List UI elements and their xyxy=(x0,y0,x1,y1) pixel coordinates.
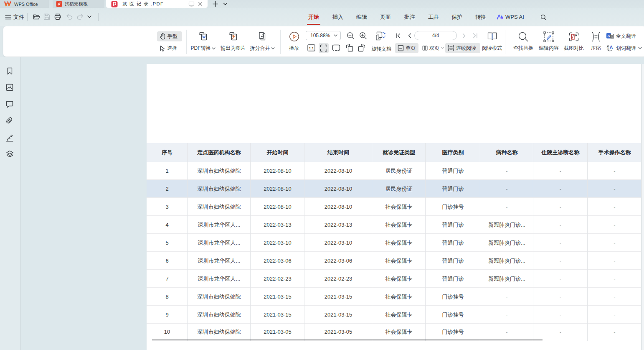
menu-search-button[interactable] xyxy=(540,13,547,21)
read-mode-button[interactable]: 阅读模式 xyxy=(477,31,507,53)
screenshot-compare-icon xyxy=(568,31,579,42)
layers-panel-button[interactable] xyxy=(5,150,14,158)
attachment-panel-button[interactable] xyxy=(5,117,14,125)
hand-tool-button[interactable]: 手型 xyxy=(157,31,182,41)
table-row: 4深圳市龙华区人...2022-03-132022-03-13社会保障卡普通门诊… xyxy=(147,216,641,234)
word-translate-button[interactable]: A文 划词翻译 xyxy=(606,43,642,53)
screenshot-compare-label: 截图对比 xyxy=(564,45,584,52)
next-page-button[interactable] xyxy=(460,32,468,39)
undo-button[interactable] xyxy=(66,13,73,20)
page-number-input[interactable]: 4/4 xyxy=(414,31,457,40)
close-tab-icon[interactable] xyxy=(198,1,203,7)
table-header-row: 序号定点医药机构名称开始时间结束时间就诊凭证类型医疗类别病种名称住院主诊断名称手… xyxy=(147,143,641,162)
single-page-icon xyxy=(398,45,404,51)
table-row: 6深圳市龙华区人...2022-03-062022-03-06社会保障卡普通门诊… xyxy=(147,252,641,270)
ribbon-tab-insert[interactable]: 插入 xyxy=(330,8,345,26)
print-button[interactable] xyxy=(54,13,61,20)
redo-button[interactable] xyxy=(76,13,84,20)
comment-panel-button[interactable] xyxy=(5,100,14,108)
tab-wps-office-home[interactable]: WPS Office xyxy=(0,0,49,8)
bookmark-icon xyxy=(6,67,13,75)
actual-size-button[interactable]: 1:1 xyxy=(307,43,316,52)
table-cell: 社会保障卡 xyxy=(372,234,426,252)
table-header-cell: 手术操作名称 xyxy=(588,143,641,162)
ribbon-tab-comment[interactable]: 批注 xyxy=(402,8,417,26)
ribbon-tab-tools[interactable]: 工具 xyxy=(426,8,441,26)
replace-pages-button[interactable] xyxy=(375,30,386,41)
open-file-button[interactable] xyxy=(33,13,40,20)
wps-ai-button[interactable]: WPS AI xyxy=(497,8,524,26)
table-cell: 2021-03-15 xyxy=(251,288,304,306)
first-page-button[interactable] xyxy=(394,32,402,39)
ribbon-tab-convert[interactable]: 转换 xyxy=(473,8,488,26)
ribbon-tab-protect[interactable]: 保护 xyxy=(449,8,464,26)
table-cell: - xyxy=(533,162,588,180)
signature-panel-button[interactable] xyxy=(5,134,14,142)
pdf-page[interactable]: 序号定点医药机构名称开始时间结束时间就诊凭证类型医疗类别病种名称住院主诊断名称手… xyxy=(147,64,641,350)
table-cell: 社会保障卡 xyxy=(372,252,426,270)
table-row-divider xyxy=(147,287,641,288)
rotate-left-button[interactable] xyxy=(345,43,354,52)
full-translate-button[interactable]: A 全文翻译 xyxy=(606,31,636,41)
comment-icon xyxy=(6,101,13,108)
chevron-down-icon xyxy=(87,15,91,18)
chevron-down-icon xyxy=(223,3,228,5)
vertical-scrollbar[interactable] xyxy=(641,64,644,350)
ribbon-tab-edit[interactable]: 编辑 xyxy=(354,8,369,26)
thumbnail-panel-button[interactable] xyxy=(5,83,14,92)
table-cell: 2022-03-10 xyxy=(251,234,304,252)
table-cell: 社会保障卡 xyxy=(372,288,426,306)
table-cell: 2022-08-10 xyxy=(304,198,372,216)
rotate-doc-button[interactable]: 旋转文档 xyxy=(371,46,391,53)
export-image-button[interactable]: 输出为图片 xyxy=(218,31,248,53)
wps-logo-icon xyxy=(4,1,11,7)
undo-icon xyxy=(66,14,73,20)
fit-width-button[interactable] xyxy=(319,43,329,53)
monitor-icon[interactable] xyxy=(188,1,195,7)
zoom-in-button[interactable] xyxy=(358,31,368,40)
more-quick-actions-button[interactable] xyxy=(86,13,92,20)
tab-list-button[interactable] xyxy=(221,0,229,8)
table-cell: 门诊挂号 xyxy=(426,288,480,306)
play-button[interactable]: 播放 xyxy=(279,31,309,53)
table-cell: 深圳市龙华区人... xyxy=(188,234,251,252)
table-cell: 普通门诊 xyxy=(426,162,480,180)
rotate-right-button[interactable] xyxy=(357,43,366,52)
tab-document-pdf[interactable]: 就 医 记 录 .PDF xyxy=(106,0,208,8)
table-cell: 2021-03-15 xyxy=(304,306,372,324)
bookmark-panel-button[interactable] xyxy=(5,67,14,75)
previous-page-icon xyxy=(408,33,411,38)
ribbon-tab-page[interactable]: 页面 xyxy=(378,8,393,26)
table-cell: 深圳市妇幼保健院 xyxy=(188,288,251,306)
single-page-button[interactable]: 单页 xyxy=(395,43,418,53)
save-button[interactable] xyxy=(43,13,51,20)
new-tab-button[interactable] xyxy=(210,0,220,8)
previous-page-button[interactable] xyxy=(406,32,413,39)
table-cell: 深圳市妇幼保健院 xyxy=(188,306,251,324)
table-row-divider xyxy=(147,251,641,252)
thumbnail-icon xyxy=(6,84,13,91)
svg-text:A: A xyxy=(607,33,610,38)
split-merge-button[interactable]: 拆分合并 xyxy=(247,31,278,53)
hamburger-icon xyxy=(5,15,11,20)
table-cell: - xyxy=(533,306,588,324)
table-row-divider xyxy=(147,179,641,180)
continuous-read-button[interactable]: 连续阅读 xyxy=(445,43,480,53)
select-tool-button[interactable]: 选择 xyxy=(157,43,182,53)
pdf-convert-button[interactable]: PDF转换 xyxy=(188,31,218,53)
file-menu-button[interactable]: 文件 xyxy=(5,12,24,23)
double-page-button[interactable]: 双页 xyxy=(420,43,446,53)
paperclip-icon xyxy=(6,117,13,125)
compress-button[interactable]: 压缩 xyxy=(583,31,609,53)
table-cell: 深圳市龙华区人... xyxy=(188,216,251,234)
fit-page-button[interactable] xyxy=(332,43,341,52)
fit-width-icon xyxy=(320,44,327,52)
tab-docer-templates[interactable]: 找稻壳模板 xyxy=(53,0,104,8)
ribbon-tab-home[interactable]: 开始 xyxy=(306,8,321,26)
table-cell: 普通门诊 xyxy=(426,252,480,270)
table-cell: 2021-03-05 xyxy=(251,324,304,340)
zoom-level-select[interactable]: 105.88% xyxy=(306,31,341,40)
table-cell: 4 xyxy=(147,216,188,234)
table-cell: 2022-03-06 xyxy=(304,252,372,270)
zoom-out-button[interactable] xyxy=(346,31,355,40)
